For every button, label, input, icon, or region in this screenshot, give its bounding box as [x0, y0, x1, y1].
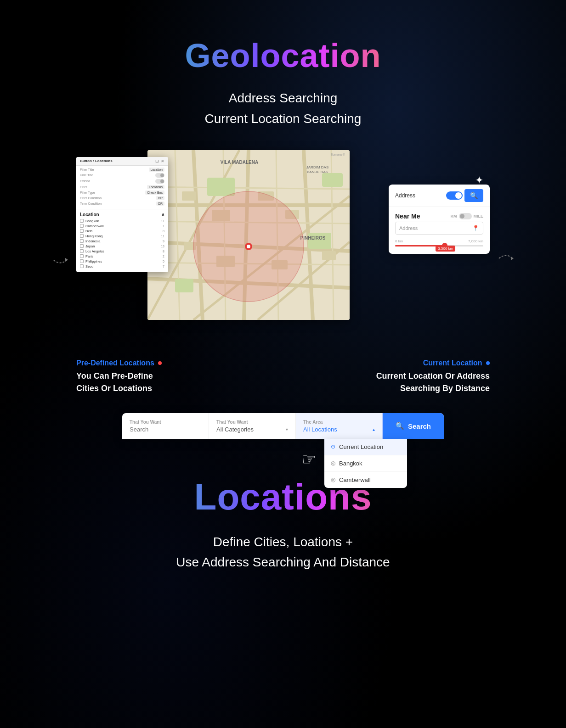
location-count: 1: [163, 224, 164, 228]
svg-marker-1: [511, 257, 514, 260]
predefined-desc-line2: Cities Or Locations: [76, 384, 152, 393]
filter-row-extend: Extend: [80, 179, 164, 184]
svg-marker-0: [65, 258, 68, 262]
nearme-value-badge: 3,500 km: [436, 246, 455, 252]
location-count: 11: [161, 219, 164, 223]
predefined-desc-line1: You Can Pre-Define: [76, 371, 153, 381]
extend-toggle[interactable]: [155, 179, 164, 184]
subtitle-line2: Current Location Searching: [205, 112, 362, 126]
geolocation-section: Geolocation Address Searching Current Lo…: [185, 37, 381, 129]
location-name: Indonesia: [85, 239, 101, 243]
svg-text:JARDIM DAS: JARDIM DAS: [306, 165, 328, 169]
filter-panel-title: Button : Locations: [80, 159, 113, 163]
location-name: Delhi: [85, 229, 93, 233]
close-icon[interactable]: ✕: [161, 159, 164, 163]
pointing-hand-decoration: ☞: [301, 450, 316, 469]
search-btn-icon: 🔍: [396, 422, 404, 430]
svg-point-37: [247, 245, 250, 248]
svg-text:BANDEIRAS: BANDEIRAS: [307, 170, 328, 174]
collapse-icon[interactable]: ∧: [161, 212, 164, 217]
extend-label: Extend: [80, 179, 90, 183]
search-btn-label: Search: [408, 422, 431, 430]
list-item: Delhi 0: [80, 229, 164, 233]
expand-icon[interactable]: ⊡: [155, 159, 159, 163]
svg-rect-23: [182, 191, 196, 201]
current-desc-line2: Searching By Distance: [400, 384, 490, 393]
locations-section: Locations Define Cities, Loations + Use …: [176, 476, 390, 573]
filter-row-filter: Filter Locations: [80, 185, 164, 189]
keyword-col-label: That You Want: [130, 420, 201, 425]
dropdown-item-current[interactable]: ⊙ Current Location: [324, 439, 407, 455]
locations-subtitle: Define Cities, Loations + Use Address Se…: [176, 532, 390, 573]
svg-rect-22: [322, 173, 343, 187]
checkbox-bangkok[interactable]: [80, 219, 84, 223]
location-icon: ⊙: [331, 443, 335, 450]
search-button[interactable]: 🔍 Search: [383, 413, 444, 439]
dropdown-item-bangkok[interactable]: ◎ Bangkok: [324, 455, 407, 472]
search-col-keyword: That You Want: [122, 413, 209, 439]
list-item: Hong Kong 11: [80, 234, 164, 238]
filter-row-type: Filter Type Check Box: [80, 190, 164, 195]
dot-decoration: [158, 361, 162, 365]
km-mile-toggle[interactable]: [459, 213, 472, 219]
category-col-value: All Categories: [216, 426, 254, 433]
labels-row: Pre-Defined Locations You Can Pre-Define…: [76, 359, 490, 395]
filter-label: Filter: [80, 185, 87, 189]
nearme-unit-toggle: KM MILE: [451, 213, 484, 219]
dropdown-item-camberwall[interactable]: ◎ Camberwall: [324, 472, 407, 488]
area-chevron-icon: ▴: [373, 427, 375, 432]
geolocation-title: Geolocation: [185, 37, 381, 74]
arrow-left-decoration: [49, 249, 72, 269]
checkbox-losangeles[interactable]: [80, 249, 84, 253]
dot-decoration-blue: [486, 361, 490, 365]
list-item: Los Angeles 8: [80, 249, 164, 253]
list-item: Bangkok 11: [80, 219, 164, 223]
filter-row-condition: Filter Condition OR: [80, 196, 164, 200]
current-desc-line1: Current Location Or Address: [376, 371, 490, 381]
location-pin-icon-2: ◎: [331, 476, 335, 483]
checkbox-indonesia[interactable]: [80, 239, 84, 243]
checkbox-philippines[interactable]: [80, 259, 84, 263]
checkbox-camberwall[interactable]: [80, 224, 84, 228]
location-name: Bangkok: [85, 219, 99, 223]
filter-rows: Filter Title Location Hide Title Extend …: [76, 166, 168, 209]
search-icon: 🔍: [470, 192, 478, 199]
term-condition-label: Term Condition: [80, 202, 102, 205]
hide-title-label: Hide Title: [80, 174, 93, 177]
nearme-address-field[interactable]: Address 📍: [395, 222, 483, 235]
filter-title-value: Location: [149, 168, 164, 172]
predefined-desc: You Can Pre-Define Cities Or Locations: [76, 370, 162, 395]
search-dropdown-area: That You Want That You Want All Categori…: [122, 413, 444, 439]
location-count: 0: [163, 230, 164, 233]
list-item: Philippines 5: [80, 259, 164, 263]
area-col-value: All Locations: [303, 426, 337, 433]
search-col-area[interactable]: The Area All Locations ▴: [296, 413, 383, 439]
location-count: 9: [163, 240, 164, 243]
term-condition-value: OR: [156, 202, 165, 206]
hide-toggle[interactable]: [155, 173, 164, 178]
location-count: 11: [161, 235, 164, 238]
nearme-panel: Address 🔍 Near Me KM MILE: [389, 185, 490, 254]
keyword-input[interactable]: [130, 426, 201, 433]
checkbox-delhi[interactable]: [80, 229, 84, 233]
nearme-title: Near Me KM MILE: [395, 213, 483, 220]
checkbox-paris[interactable]: [80, 254, 84, 258]
category-chevron-icon: ▾: [286, 427, 288, 432]
checkbox-japan[interactable]: [80, 244, 84, 248]
pin-icon: 📍: [472, 225, 479, 231]
filter-title-label: Filter Title: [80, 168, 94, 171]
nearme-toggle[interactable]: [446, 191, 463, 200]
location-count: 7: [163, 265, 164, 268]
locations-subtitle-line2: Use Address Searching And Distance: [176, 555, 390, 569]
category-col-select: All Categories ▾: [216, 426, 288, 433]
checkbox-seoul[interactable]: [80, 264, 84, 268]
dropdown-camberwall-label: Camberwall: [339, 476, 371, 483]
checkbox-hongkong[interactable]: [80, 234, 84, 238]
filter-row-title: Filter Title Location: [80, 168, 164, 172]
nearme-address-row: Address 🔍: [389, 185, 490, 207]
search-col-category[interactable]: That You Want All Categories ▾: [209, 413, 296, 439]
label-left: Pre-Defined Locations You Can Pre-Define…: [76, 359, 162, 395]
label-right: Current Location Current Location Or Add…: [376, 359, 490, 395]
nearme-search-button[interactable]: 🔍: [464, 189, 483, 202]
location-pin-icon: ◎: [331, 460, 335, 466]
